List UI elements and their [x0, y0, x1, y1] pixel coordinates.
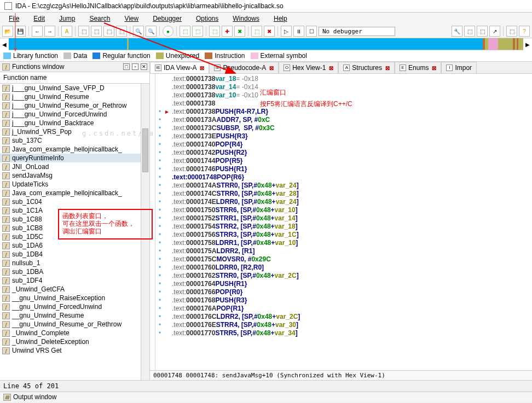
tab-ida-view-a[interactable]: IEIDA View-A⊠ — [150, 62, 209, 73]
tool-plus[interactable]: ✚ — [222, 26, 233, 37]
breakpoint-dot[interactable]: • — [154, 173, 165, 182]
disasm-row[interactable]: • .text:0000174E LDR R0, [SP,#0x48+var_2… — [154, 198, 531, 206]
save-icon[interactable]: 💾 — [15, 26, 26, 37]
disasm-row[interactable]: • .text:00001756 STR R3, [SP,#0x48+var_1… — [154, 231, 531, 239]
tool-icon-3[interactable]: ⬚ — [91, 26, 102, 37]
tab-structures[interactable]: AStructures⊠ — [338, 62, 395, 73]
breakpoint-dot[interactable]: • — [154, 255, 165, 264]
disasm-row[interactable]: • .text:00001766 POP {R0} — [154, 288, 531, 296]
breakpoint-dot[interactable]: • — [154, 141, 165, 149]
function-row[interactable]: fsendJavaMsg — [0, 171, 141, 180]
tool-g1[interactable]: ⬚ — [180, 26, 190, 37]
disasm-row[interactable]: • .text:0000173E PUSH {R3} — [154, 132, 531, 141]
function-row[interactable]: f_Unwind_DeleteException — [0, 337, 141, 346]
breakpoint-dot[interactable]: • — [154, 231, 165, 239]
tool-r4[interactable]: ↗ — [489, 26, 500, 37]
function-row[interactable]: fsub_137C — [0, 136, 141, 145]
breakpoint-dot[interactable]: • — [154, 214, 165, 223]
disasm-row[interactable]: • .text:00001752 STR R1, [SP,#0x48+var_1… — [154, 214, 531, 223]
close-icon[interactable]: ⊠ — [385, 65, 390, 71]
close-icon[interactable]: ⊠ — [200, 65, 204, 71]
menu-search[interactable]: Search — [83, 14, 117, 24]
breakpoint-dot[interactable]: • — [154, 247, 165, 255]
breakpoint-dot[interactable] — [154, 75, 165, 83]
disasm-row[interactable]: • .text:0000176A POP {R1} — [154, 305, 531, 313]
nav-left[interactable]: ◀ — [0, 38, 9, 50]
close-icon[interactable]: ⊠ — [432, 65, 436, 71]
menu-edit[interactable]: Edit — [27, 14, 51, 24]
debugger-select[interactable]: No debugger — [319, 27, 395, 36]
breakpoint-dot[interactable]: • — [154, 116, 165, 124]
function-row[interactable]: f__gnu_Unwind_RaiseException — [0, 294, 141, 302]
stop-icon[interactable]: ☐ — [306, 26, 317, 37]
nav-right[interactable]: ▶ — [523, 38, 532, 50]
disasm-row[interactable]: • .text:0000176C LDR R2, [SP,#0x48+var_2… — [154, 313, 531, 321]
breakpoint-dot[interactable]: • — [154, 206, 165, 214]
breakpoint-dot[interactable]: • — [154, 165, 165, 173]
breakpoint-dot[interactable]: • — [154, 329, 165, 337]
menu-windows[interactable]: Windows — [226, 14, 266, 24]
breakpoint-dot[interactable]: • — [154, 149, 165, 157]
func-col-header[interactable]: Function name — [0, 72, 149, 84]
menu-options[interactable]: Options — [189, 14, 225, 24]
pause-icon[interactable]: ⏸ — [293, 26, 304, 37]
tool-r5[interactable]: ⬚ — [506, 26, 517, 37]
breakpoint-dot[interactable] — [154, 100, 165, 108]
breakpoint-dot[interactable]: • — [154, 157, 165, 165]
tab-hex-view-1[interactable]: OHex View-1⊠ — [279, 62, 338, 73]
breakpoint-dot[interactable]: • — [154, 313, 165, 321]
close-icon[interactable]: ⊠ — [329, 65, 333, 71]
disasm-row[interactable]: • .text:0000176E STR R4, [SP,#0x48+var_3… — [154, 321, 531, 329]
search-icon-2[interactable]: 🔍 — [146, 26, 157, 37]
function-row[interactable]: fsub_1DBA — [0, 267, 141, 276]
disasm-row[interactable]: • .text:00001746 PUSH {R1} — [154, 165, 531, 173]
play-icon[interactable]: ▷ — [281, 26, 292, 37]
function-row[interactable]: fJava_com_example_hellojnicallback_ — [0, 145, 141, 154]
disasm-row[interactable]: • .text:0000174A STR R0, [SP,#0x48+var_2… — [154, 182, 531, 190]
function-row[interactable]: fsub_1C04 — [0, 197, 141, 206]
tool-icon-5[interactable]: ⬚ — [116, 26, 127, 37]
function-row[interactable]: fj___gnu_Unwind_Resume — [0, 92, 141, 101]
function-row[interactable]: f__gnu_Unwind_Resume_or_Rethrow — [0, 320, 141, 329]
open-icon[interactable]: 📂 — [2, 26, 13, 37]
tab-pseudocode-a[interactable]: IEPseudocode-A⊠ — [209, 62, 279, 73]
disasm-row[interactable]: .text:00001738 var_18 = -0x18 — [154, 75, 531, 83]
disasm-view[interactable]: .text:00001738 var_18 = -0x18 .text:0000… — [150, 74, 532, 370]
breakpoint-dot[interactable]: • — [154, 288, 165, 296]
breakpoint-dot[interactable]: • — [154, 190, 165, 198]
tool-g4[interactable]: ⬚ — [251, 26, 262, 37]
tool-icon[interactable]: A — [61, 26, 72, 37]
back-icon[interactable]: ← — [32, 26, 43, 37]
breakpoint-dot[interactable]: • — [154, 124, 165, 132]
disasm-row[interactable]: • .text:0000173C SUB SP, SP, #0x3C — [154, 124, 531, 132]
disasm-row[interactable]: .text:00001738 var_14 = -0x14 — [154, 83, 531, 91]
function-row[interactable]: fj___gnu_Unwind_Resume_or_Rethrow — [0, 101, 141, 110]
disasm-row[interactable]: • .text:00001744 POP {R5} — [154, 157, 531, 165]
function-row[interactable]: fsub_1DB4 — [0, 250, 141, 259]
search-icon[interactable]: 🔍 — [133, 26, 144, 37]
function-row[interactable]: f__gnu_Unwind_ForcedUnwind — [0, 302, 141, 311]
function-row[interactable]: f_Unwind_Complete — [0, 329, 141, 337]
disasm-row[interactable]: • .text:0000173A ADD R7, SP, #0xC — [154, 116, 531, 124]
tool-x-g[interactable]: ✖ — [234, 26, 245, 37]
disasm-row[interactable]: • .text:0000175C MOVS R0, #0x29C — [154, 255, 531, 264]
function-row[interactable]: fj___gnu_Unwind_Backtrace — [0, 119, 141, 127]
breakpoint-dot[interactable]: • — [154, 198, 165, 206]
breakpoint-dot[interactable]: • — [154, 280, 165, 288]
breakpoint-dot[interactable]: • — [154, 305, 165, 313]
function-row[interactable]: fUnwind VRS Get — [0, 346, 141, 355]
panel-pin-icon[interactable]: ▫ — [132, 63, 138, 70]
breakpoint-dot[interactable]: • — [154, 264, 165, 272]
disasm-row[interactable]: • .text:00001748 POP {R6} — [154, 173, 531, 182]
breakpoint-dot[interactable]: • — [154, 108, 165, 116]
help-icon[interactable]: ? — [519, 26, 530, 37]
fwd-icon[interactable]: → — [44, 26, 55, 37]
output-bar[interactable]: ▤ Output window — [0, 392, 532, 402]
function-row[interactable]: fsub_1DF4 — [0, 276, 141, 285]
breakpoint-dot[interactable]: • — [154, 296, 165, 305]
function-row[interactable]: fnullsub_1 — [0, 259, 141, 267]
disasm-row[interactable]: •▸.text:00001738 PUSH {R4-R7,LR} — [154, 108, 531, 116]
disasm-row[interactable]: • .text:00001758 LDR R1, [SP,#0x48+var_1… — [154, 239, 531, 247]
disasm-row[interactable]: • .text:00001764 PUSH {R1} — [154, 280, 531, 288]
function-row[interactable]: fqueryRuntimeInfo — [0, 154, 141, 162]
